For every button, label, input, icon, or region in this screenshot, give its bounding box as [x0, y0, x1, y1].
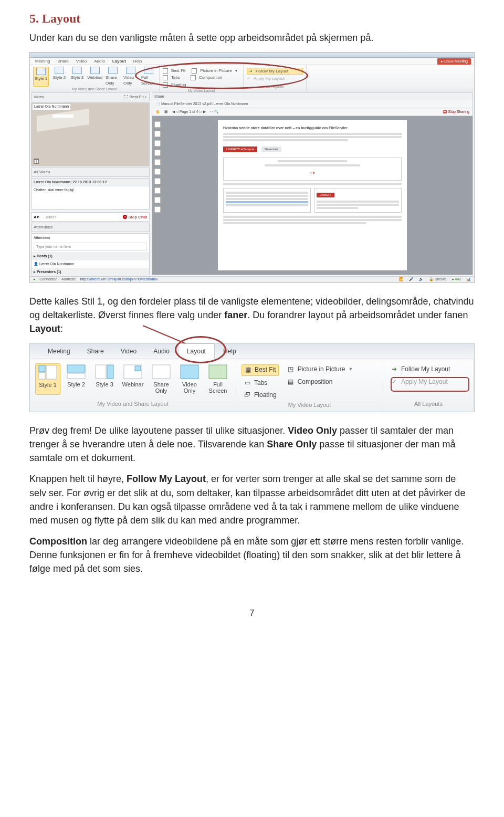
webinar-button[interactable]: Webinar	[88, 67, 102, 87]
style-3-button[interactable]: Style 3	[92, 363, 117, 395]
floating-icon: 🗗	[244, 392, 251, 399]
paragraph-2: Prøv deg frem! De ulike layoutene passer…	[29, 424, 475, 465]
full-screen-button[interactable]: Full Screen	[141, 67, 156, 87]
opt-best-fit[interactable]: ▦Best Fit	[242, 364, 279, 375]
style-1-button[interactable]: Style 1	[33, 67, 49, 87]
video-only-button[interactable]: Video Only	[123, 67, 138, 87]
style-1-button[interactable]: Style 1	[35, 363, 60, 395]
apply-my-layout-button[interactable]: Apply My Layout	[254, 76, 285, 82]
composition-icon: ▤	[287, 378, 295, 385]
filesender-badge: filesender	[261, 146, 281, 152]
attendees-panel: Attendees Type your name here ▸ Hosts (1…	[31, 233, 150, 275]
menu-share[interactable]: Share	[57, 58, 68, 65]
menu-audio[interactable]: Audio	[94, 58, 104, 65]
menu-video[interactable]: Video	[76, 58, 87, 65]
all-video-header: All Video	[31, 167, 150, 177]
menu-bar: Meeting Share Video Audio Layout Help ● …	[30, 58, 474, 65]
status-secure: Secure	[435, 277, 446, 281]
group-label-video-share: My Video and Share Layout	[35, 399, 230, 411]
layout-ribbon-closeup: Style 1 Style 2 Style 3 Webinar Share On…	[30, 359, 474, 412]
page-number: 7	[29, 607, 475, 619]
layout-icon	[38, 365, 57, 380]
tab-share[interactable]: Share	[79, 344, 112, 359]
share-only-button[interactable]: Share Only	[106, 67, 120, 87]
status-latency: 442	[455, 277, 461, 281]
opt-best-fit[interactable]: Best Fit	[171, 68, 185, 74]
opt-floating[interactable]: Floating	[171, 82, 186, 88]
share-doc-tab[interactable]: 📄 Manual FileSender 2013 v2.pdf-Lærer Ol…	[155, 101, 248, 107]
menu-layout[interactable]: Layout	[112, 58, 126, 65]
window-titlebar	[30, 53, 474, 58]
grid-icon: ▦	[244, 366, 251, 374]
status-address: https://meeti.om.omnijoin.com/join?id=te…	[80, 277, 158, 282]
style-3-button[interactable]: Style 3	[70, 67, 85, 87]
opt-tabs[interactable]: ▭Tabs	[242, 378, 279, 388]
shared-document-page: Hvordan sende store datafiler over nett …	[218, 120, 407, 270]
paragraph-1: Dette kalles Stil 1, og den fordeler pla…	[29, 295, 475, 336]
presenters-group[interactable]: ▸ Presenters (1)	[32, 268, 149, 276]
video-feed: Lærer Ola Nordmann ▮▮	[31, 102, 150, 166]
opt-picture-in-picture[interactable]: ◳Picture in Picture ▼	[285, 364, 355, 374]
video-panel-header: Video ⛶ Best Fit ▾	[31, 92, 150, 102]
share-only-button[interactable]: Share Only	[149, 363, 174, 395]
group-label-all-layouts: All Layouts	[247, 85, 303, 91]
paragraph-3: Knappen helt til høyre, Follow My Layout…	[29, 472, 475, 527]
stop-chat-button[interactable]: ×Stop Chat	[123, 214, 147, 221]
chat-panel: Lærer Ola Nordmann; 22.10.2013 13:00:12 …	[31, 178, 150, 210]
annotation-tools[interactable]	[154, 121, 161, 213]
opt-tabs[interactable]: Tabs	[171, 75, 180, 81]
opt-pip[interactable]: Picture in Picture	[200, 68, 232, 74]
tab-help[interactable]: Help	[215, 344, 245, 359]
chat-input-row: A▾ …eller? ×Stop Chat	[31, 212, 150, 222]
screenshot-ribbon-closeup: Meeting Share Video Audio Layout Help St…	[29, 343, 475, 412]
opt-floating[interactable]: 🗗Floating	[242, 390, 279, 400]
video-only-button[interactable]: Video Only	[177, 363, 202, 395]
tab-audio[interactable]: Audio	[145, 344, 178, 359]
paragraph-4: Composition lar deg arrangere videobilde…	[29, 535, 475, 575]
chat-input[interactable]: …eller?	[42, 214, 57, 221]
tab-meeting[interactable]: Meeting	[39, 344, 79, 359]
leave-meeting-button[interactable]: ● Leave Meeting	[437, 58, 471, 65]
stop-sharing-button[interactable]: ⛔ Stop Sharing	[443, 109, 469, 114]
svg-rect-6	[96, 365, 106, 379]
section-heading: 5. Layout	[29, 9, 475, 28]
follow-my-layout-button[interactable]: ➜Follow My Layout	[388, 364, 468, 374]
svg-rect-3	[46, 365, 57, 379]
group-label-my-video: My Video Layout	[242, 400, 377, 412]
pip-icon: ◳	[287, 366, 295, 373]
uninett-badge: UNINETT eCampus	[223, 146, 257, 152]
status-bar: ●Connected Address: https://meeti.om.omn…	[30, 276, 474, 282]
group-label-all-layouts: All Layouts	[388, 399, 468, 411]
follow-my-layout-button[interactable]: Follow My Layout	[256, 68, 288, 75]
svg-rect-5	[67, 373, 85, 379]
attendees-header: Attendees	[31, 223, 150, 232]
video-presenter-label: Lærer Ola Nordmann	[33, 104, 70, 109]
tab-video[interactable]: Video	[112, 344, 145, 359]
full-screen-button[interactable]: Full Screen	[205, 363, 230, 395]
chat-message: Chatten skal være faglig!	[32, 186, 149, 194]
attendees-subhead: Attendees	[32, 234, 149, 242]
opt-composition[interactable]: ▤Composition	[285, 377, 355, 387]
webinar-button[interactable]: Webinar	[120, 363, 145, 395]
menu-bar-closeup: Meeting Share Video Audio Layout Help	[30, 343, 474, 359]
svg-rect-11	[181, 365, 198, 379]
layout-ribbon: Style 1 Style 2 Style 3 Webinar Share On…	[30, 65, 474, 91]
page-indicator: Page 1 of 4	[180, 110, 198, 113]
apply-my-layout-button[interactable]: ✓Apply My Layout	[388, 377, 468, 387]
opt-composition[interactable]: Composition	[199, 75, 222, 81]
style-2-button[interactable]: Style 2	[52, 67, 67, 87]
style-2-button[interactable]: Style 2	[64, 363, 89, 395]
menu-meeting[interactable]: Meeting	[35, 58, 50, 65]
share-panel: Share 📄 Manual FileSender 2013 v2.pdf-Læ…	[152, 92, 473, 275]
svg-rect-10	[152, 365, 170, 379]
status-connected: Connected	[39, 277, 57, 282]
menu-help[interactable]: Help	[133, 58, 142, 65]
tabs-icon: ▭	[244, 379, 251, 386]
hosts-group[interactable]: ▸ Hosts (1)	[32, 252, 149, 260]
svg-rect-4	[67, 365, 85, 372]
host-row[interactable]: 👤 Lærer Ola Nordmann	[32, 260, 149, 268]
tab-layout[interactable]: Layout	[178, 343, 215, 359]
svg-rect-9	[135, 366, 141, 371]
check-icon: ✓	[391, 378, 398, 385]
intro-paragraph: Under kan du se den vanligste måten å se…	[29, 31, 475, 45]
